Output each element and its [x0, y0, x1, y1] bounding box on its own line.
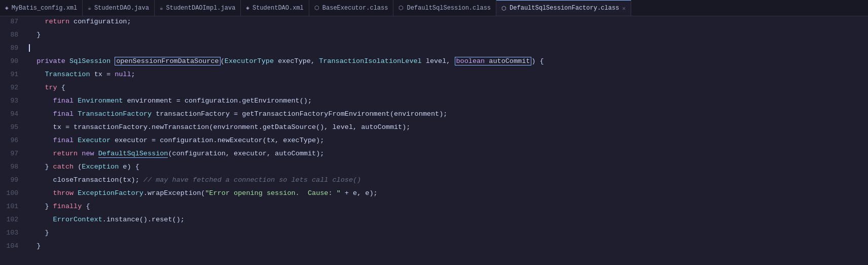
class-icon: ⬡: [399, 5, 404, 11]
line-content: try {: [26, 82, 65, 93]
highlighted-boolean-autocommit: boolean autoCommit: [455, 57, 532, 65]
line-content: tx = transactionFactory.newTransaction(e…: [26, 122, 410, 133]
code-line-102: 102 ErrorContext.instance().reset();: [0, 214, 868, 227]
tab-label: StudentDAO.xml: [252, 5, 304, 12]
line-number: 96: [0, 136, 26, 146]
java-icon: ☕: [88, 5, 91, 11]
line-number: 94: [0, 109, 26, 120]
line-content: }: [26, 241, 41, 252]
code-line-104: 104 }: [0, 241, 868, 254]
tab-label: StudentDAOImpl.java: [166, 5, 236, 12]
line-content: throw ExceptionFactory.wrapException("Er…: [26, 188, 378, 199]
code-line-97: 97 return new DefaultSqlSession(configur…: [0, 148, 868, 161]
line-content: private SqlSession openSessionFromDataSo…: [26, 56, 544, 67]
line-content: final Executor executor = configuration.…: [26, 135, 324, 146]
tab-defaultsqlsessionfactory-class[interactable]: ⬡DefaultSqlSessionFactory.class✕: [496, 0, 631, 16]
underlined-default-sql-session: DefaultSqlSession: [98, 150, 168, 158]
tab-close-icon[interactable]: ✕: [622, 5, 626, 12]
tab-label: DefaultSqlSession.class: [407, 5, 491, 12]
line-content: return new DefaultSqlSession(configurati…: [26, 148, 324, 159]
code-line-103: 103 }: [0, 227, 868, 241]
code-line-89: 89: [0, 43, 868, 56]
code-line-100: 100 throw ExceptionFactory.wrapException…: [0, 188, 868, 201]
line-content: final TransactionFactory transactionFact…: [26, 109, 447, 120]
code-line-101: 101 } finally {: [0, 201, 868, 214]
line-content: } catch (Exception e) {: [26, 161, 139, 173]
line-number: 100: [0, 188, 26, 199]
class-icon: ⬡: [314, 5, 319, 11]
line-content: [26, 43, 34, 54]
tab-studentdao-java[interactable]: ☕StudentDAO.java: [83, 0, 155, 16]
code-line-98: 98 } catch (Exception e) {: [0, 161, 868, 175]
line-content: ErrorContext.instance().reset();: [26, 214, 185, 225]
code-line-87: 87 return configuration;: [0, 16, 868, 29]
line-content: Transaction tx = null;: [26, 69, 135, 80]
line-number: 101: [0, 202, 26, 212]
line-content: return configuration;: [26, 16, 131, 27]
code-line-96: 96 final Executor executor = configurati…: [0, 135, 868, 148]
tab-baseexecutor-class[interactable]: ⬡BaseExecutor.class: [309, 0, 394, 16]
tab-label: DefaultSqlSessionFactory.class: [510, 5, 619, 12]
code-line-93: 93 final Environment environment = confi…: [0, 95, 868, 109]
code-line-92: 92 try {: [0, 82, 868, 95]
line-number: 93: [0, 96, 26, 107]
line-content: }: [26, 227, 49, 239]
line-number: 102: [0, 215, 26, 225]
code-line-94: 94 final TransactionFactory transactionF…: [0, 109, 868, 122]
line-content: } finally {: [26, 201, 90, 212]
cursor-indicator: [29, 44, 34, 52]
line-content: }: [26, 29, 41, 41]
class-icon: ⬡: [501, 5, 507, 12]
tab-label: StudentDAO.java: [94, 5, 149, 12]
line-number: 88: [0, 30, 26, 41]
code-line-90: 90 private SqlSession openSessionFromDat…: [0, 56, 868, 69]
tab-label: BaseExecutor.class: [322, 5, 388, 12]
tab-defaultsqlsession-class[interactable]: ⬡DefaultSqlSession.class: [393, 0, 496, 16]
code-line-95: 95 tx = transactionFactory.newTransactio…: [0, 122, 868, 135]
line-number: 91: [0, 70, 26, 80]
line-number: 104: [0, 241, 26, 252]
xml-icon: ◈: [246, 5, 249, 11]
line-number: 87: [0, 17, 26, 27]
tab-bar: ◈MyBatis_config.xml☕StudentDAO.java☕Stud…: [0, 0, 868, 16]
tab-studentdaoimpl-java[interactable]: ☕StudentDAOImpl.java: [155, 0, 241, 16]
code-area: 87 return configuration;88 }89 90 privat…: [0, 16, 868, 265]
highlighted-method-open-session: openSessionFromDataSource: [115, 57, 221, 65]
line-number: 89: [0, 43, 26, 54]
code-line-88: 88 }: [0, 29, 868, 43]
code-line-91: 91 Transaction tx = null;: [0, 69, 868, 82]
line-number: 95: [0, 122, 26, 133]
tab-studentdao-xml[interactable]: ◈StudentDAO.xml: [241, 0, 309, 16]
line-number: 90: [0, 56, 26, 67]
tab-label: MyBatis_config.xml: [12, 5, 78, 12]
xml-icon: ◈: [5, 5, 9, 11]
line-number: 103: [0, 228, 26, 239]
line-content: closeTransaction(tx); // may have fetche…: [26, 175, 361, 186]
line-number: 98: [0, 162, 26, 173]
line-content: final Environment environment = configur…: [26, 95, 312, 107]
line-number: 97: [0, 149, 26, 159]
java-icon: ☕: [160, 5, 163, 11]
code-line-99: 99 closeTransaction(tx); // may have fet…: [0, 175, 868, 188]
line-number: 99: [0, 175, 26, 186]
line-number: 92: [0, 83, 26, 93]
tab-mybatis-config-xml[interactable]: ◈MyBatis_config.xml: [0, 0, 83, 16]
